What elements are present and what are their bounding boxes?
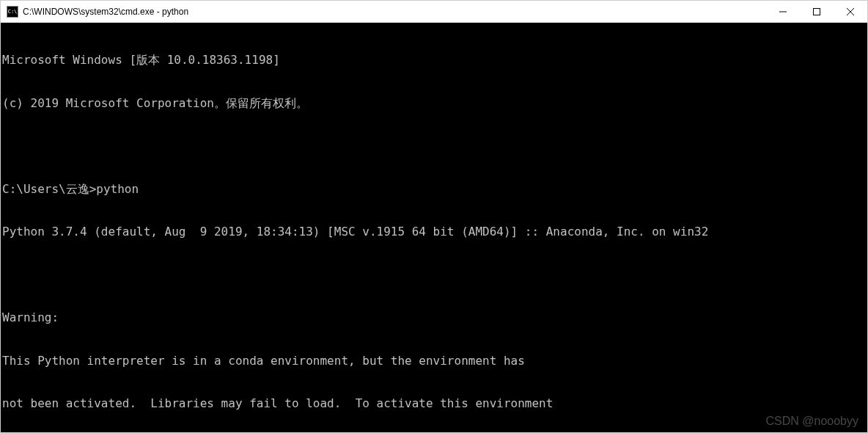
terminal-line: (c) 2019 Microsoft Corporation。保留所有权利。 — [2, 96, 867, 111]
window-title: C:\WINDOWS\system32\cmd.exe - python — [23, 7, 766, 17]
terminal-line: This Python interpreter is in a conda en… — [2, 354, 867, 368]
terminal-line: Python 3.7.4 (default, Aug 9 2019, 18:34… — [2, 225, 867, 239]
terminal-line: Microsoft Windows [版本 10.0.18363.1198] — [2, 53, 867, 68]
minimize-button[interactable] — [766, 1, 800, 22]
cmd-icon: C:\ — [7, 6, 18, 18]
minimize-icon — [779, 8, 787, 15]
close-icon — [847, 8, 854, 15]
terminal-area[interactable]: Microsoft Windows [版本 10.0.18363.1198] (… — [1, 23, 867, 432]
terminal-line: not been activated. Libraries may fail t… — [2, 396, 867, 411]
close-button[interactable] — [834, 1, 867, 22]
terminal-line: Warning: — [2, 310, 867, 325]
maximize-button[interactable] — [800, 1, 834, 22]
watermark: CSDN @nooobyy — [765, 414, 858, 429]
maximize-icon — [813, 8, 820, 15]
titlebar: C:\ C:\WINDOWS\system32\cmd.exe - python — [1, 1, 867, 23]
window-controls — [766, 1, 867, 22]
terminal-line: C:\Users\云逸>python — [2, 182, 867, 197]
terminal-line — [2, 268, 867, 283]
svg-rect-1 — [814, 8, 820, 15]
terminal-line — [2, 139, 867, 153]
window: C:\ C:\WINDOWS\system32\cmd.exe - python… — [0, 0, 868, 433]
